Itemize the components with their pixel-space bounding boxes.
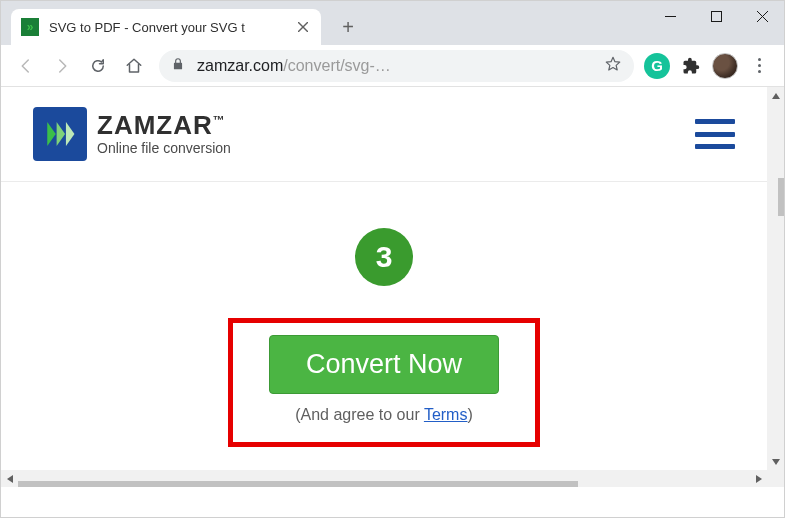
svg-marker-11 xyxy=(7,475,13,483)
new-tab-button[interactable]: + xyxy=(333,12,363,42)
forward-button[interactable] xyxy=(47,51,77,81)
tab-title: SVG to PDF - Convert your SVG t xyxy=(49,20,285,35)
profile-avatar[interactable] xyxy=(712,53,738,79)
browser-tab[interactable]: » SVG to PDF - Convert your SVG t xyxy=(11,9,321,45)
site-header: ZAMZAR™ Online file conversion xyxy=(1,87,767,182)
grammarly-extension-icon[interactable]: G xyxy=(644,53,670,79)
scrollbar-corner xyxy=(767,470,784,487)
window-minimize-button[interactable] xyxy=(647,0,693,32)
horizontal-scrollbar[interactable] xyxy=(1,470,767,487)
convert-highlight-box: Convert Now (And agree to our Terms) xyxy=(228,318,540,447)
window-close-button[interactable] xyxy=(739,0,785,32)
tab-close-button[interactable] xyxy=(295,19,311,35)
browser-toolbar: zamzar.com/convert/svg-… G xyxy=(1,45,784,87)
svg-marker-10 xyxy=(772,459,780,465)
scroll-right-arrow-icon[interactable] xyxy=(750,470,767,487)
vertical-scroll-thumb[interactable] xyxy=(778,178,785,216)
address-bar[interactable]: zamzar.com/convert/svg-… xyxy=(159,50,634,82)
logo-mark-icon xyxy=(33,107,87,161)
scroll-left-arrow-icon[interactable] xyxy=(1,470,18,487)
svg-marker-7 xyxy=(57,122,66,146)
svg-marker-12 xyxy=(756,475,762,483)
logo-tagline: Online file conversion xyxy=(97,140,231,156)
logo[interactable]: ZAMZAR™ Online file conversion xyxy=(33,107,231,161)
svg-marker-9 xyxy=(772,93,780,99)
hamburger-menu-button[interactable] xyxy=(695,119,735,149)
svg-marker-8 xyxy=(66,122,75,146)
reload-button[interactable] xyxy=(83,51,113,81)
svg-marker-6 xyxy=(47,122,56,146)
window-maximize-button[interactable] xyxy=(693,0,739,32)
grammarly-initial: G xyxy=(651,57,663,74)
vertical-scrollbar[interactable] xyxy=(767,87,784,470)
scroll-down-arrow-icon[interactable] xyxy=(767,453,784,470)
browser-menu-button[interactable] xyxy=(744,51,774,81)
back-button[interactable] xyxy=(11,51,41,81)
lock-icon xyxy=(171,57,185,75)
svg-rect-1 xyxy=(711,11,721,21)
step-number-badge: 3 xyxy=(355,228,413,286)
url-text: zamzar.com/convert/svg-… xyxy=(197,57,592,75)
page-content: ZAMZAR™ Online file conversion 3 Convert… xyxy=(1,87,767,470)
extensions-button[interactable] xyxy=(676,51,706,81)
convert-now-button[interactable]: Convert Now xyxy=(269,335,499,394)
tab-favicon-icon: » xyxy=(21,18,39,36)
horizontal-scroll-thumb[interactable] xyxy=(18,481,578,488)
terms-link[interactable]: Terms xyxy=(424,406,468,423)
logo-brand-text: ZAMZAR™ xyxy=(97,112,231,138)
home-button[interactable] xyxy=(119,51,149,81)
scroll-up-arrow-icon[interactable] xyxy=(767,87,784,104)
bookmark-star-icon[interactable] xyxy=(604,55,622,77)
terms-agreement-text: (And agree to our Terms) xyxy=(295,406,473,424)
